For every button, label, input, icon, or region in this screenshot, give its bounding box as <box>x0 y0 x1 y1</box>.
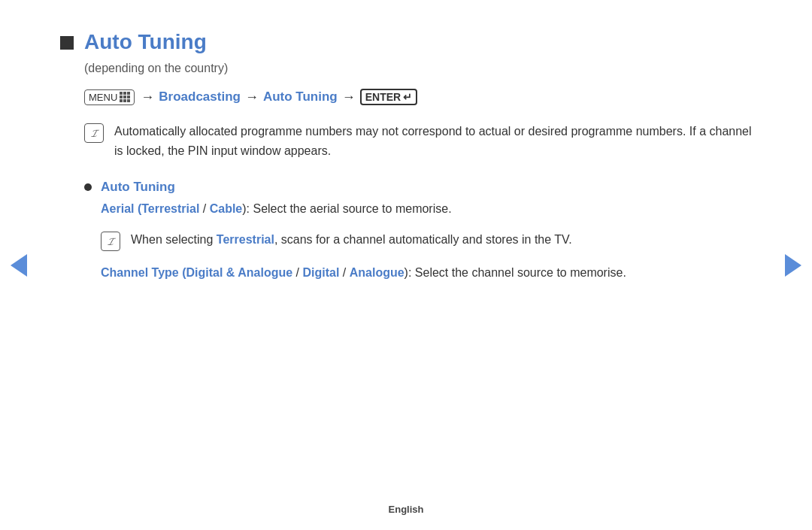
terrestrial-label: Terrestrial <box>217 233 274 246</box>
arrow-sep-1: → <box>141 89 154 105</box>
title-square-icon <box>60 36 74 50</box>
channel-slash-2: / <box>339 266 349 279</box>
subtitle: (depending on the country) <box>84 62 752 75</box>
cable-label: Cable <box>210 202 243 215</box>
page-title: Auto Tuning <box>84 30 207 54</box>
aerial-row: Aerial (Terrestrial / Cable): Select the… <box>101 199 752 219</box>
enter-arrow-icon: ↵ <box>403 91 412 103</box>
auto-tuning-link[interactable]: Auto Tuning <box>263 89 338 104</box>
inline-note-text1: When selecting <box>131 233 217 246</box>
bullet-dot-icon <box>84 183 92 191</box>
channel-type-row: Channel Type (Digital & Analogue / Digit… <box>101 263 752 283</box>
aerial-slash-1: / <box>199 202 209 215</box>
enter-icon: ENTER↵ <box>360 89 417 105</box>
inline-note-icon: 𝓘 <box>101 232 120 251</box>
inline-note-block: 𝓘 When selecting Terrestrial, scans for … <box>101 230 752 251</box>
enter-label: ENTER <box>365 91 401 103</box>
channel-type-label: Channel Type (Digital & Analogue <box>101 266 292 279</box>
aerial-label: Aerial (Terrestrial <box>101 202 199 215</box>
analogue-label: Analogue <box>350 266 404 279</box>
bullet-title: Auto Tuning <box>101 180 175 195</box>
arrow-sep-2: → <box>245 89 259 105</box>
digital-label: Digital <box>302 266 339 279</box>
channel-suffix: ): Select the channel source to memorise… <box>404 266 626 279</box>
note-icon: 𝓘 <box>84 123 104 143</box>
aerial-suffix: ): Select the aerial source to memorise. <box>242 202 451 215</box>
broadcasting-link[interactable]: Broadcasting <box>159 89 241 104</box>
menu-label: MENU <box>89 92 117 103</box>
title-row: Auto Tuning <box>60 30 752 54</box>
arrow-sep-3: → <box>342 89 356 105</box>
channel-slash-1: / <box>292 266 302 279</box>
inline-note-text: When selecting Terrestrial, scans for a … <box>131 230 572 250</box>
bullet-section: Auto Tuning Aerial (Terrestrial / Cable)… <box>84 180 752 283</box>
grid-icon <box>120 92 130 102</box>
inline-note-text2: , scans for a channel automatically and … <box>274 233 572 246</box>
footer: English <box>389 504 424 515</box>
menu-path-row: MENU → Broadcasting → Auto Tuning → ENTE… <box>84 89 752 105</box>
note-text: Automatically allocated programme number… <box>114 122 752 162</box>
note-block: 𝓘 Automatically allocated programme numb… <box>84 122 752 162</box>
page-container: Auto Tuning (depending on the country) M… <box>0 0 812 530</box>
bullet-title-row: Auto Tuning <box>84 180 752 195</box>
menu-icon: MENU <box>84 89 135 105</box>
